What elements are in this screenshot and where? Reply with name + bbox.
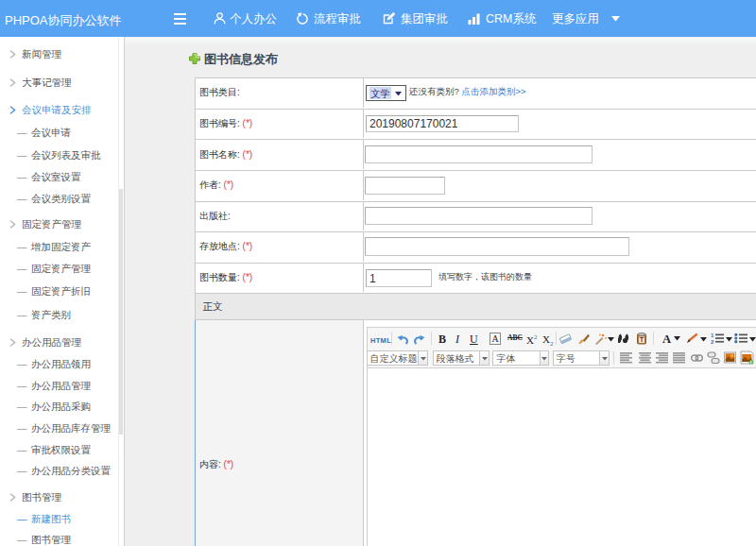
svg-text:2: 2 xyxy=(711,339,714,344)
svg-text:T: T xyxy=(640,335,644,342)
svg-text:1: 1 xyxy=(711,333,714,338)
